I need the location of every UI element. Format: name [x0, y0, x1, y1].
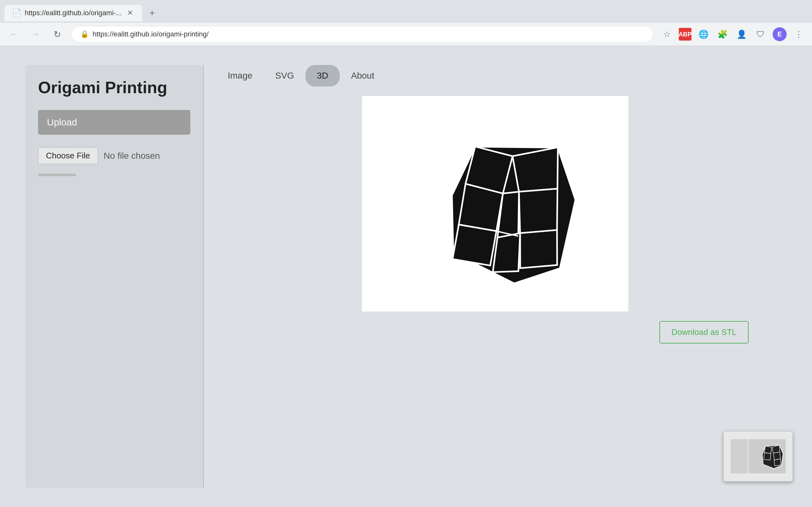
- bookmark-icon[interactable]: ☆: [660, 27, 674, 41]
- globe-icon[interactable]: 🌐: [697, 27, 711, 41]
- user-avatar[interactable]: E: [773, 27, 786, 41]
- no-file-label: No file chosen: [104, 151, 160, 161]
- tabs-row: Image SVG 3D About: [204, 65, 786, 96]
- url-display: https://ealitt.github.io/origami-printin…: [93, 30, 209, 38]
- tab-close-icon[interactable]: ✕: [125, 9, 135, 17]
- back-button[interactable]: ←: [6, 26, 21, 42]
- right-panel: Image SVG 3D About: [204, 65, 786, 488]
- shield-icon[interactable]: 🛡: [754, 27, 768, 41]
- browser-chrome: 📄 https://ealitt.github.io/origami-... ✕…: [0, 0, 812, 46]
- svg-marker-5: [515, 185, 561, 236]
- svg-marker-7: [493, 231, 522, 274]
- file-input-row: Choose File No file chosen: [38, 144, 190, 167]
- scroll-indicator: [38, 174, 76, 176]
- svg-marker-6: [452, 224, 497, 266]
- tab-bar: 📄 https://ealitt.github.io/origami-... ✕…: [0, 0, 812, 23]
- thumbnail-svg: [729, 436, 786, 477]
- choose-file-button[interactable]: Choose File: [38, 147, 98, 164]
- tab-3d[interactable]: 3D: [305, 65, 340, 87]
- svg-marker-8: [517, 227, 560, 271]
- extensions-icon[interactable]: 🧩: [716, 27, 729, 41]
- preview-area: Download as STL: [204, 96, 786, 488]
- thumbnail-overlay: [723, 431, 793, 482]
- page-content: Origami Printing Upload Choose File No f…: [0, 46, 812, 507]
- profile-icon[interactable]: 👤: [734, 27, 749, 41]
- left-panel: Origami Printing Upload Choose File No f…: [26, 65, 203, 488]
- address-bar-row: ← → ↻ 🔒 https://ealitt.github.io/origami…: [0, 23, 812, 46]
- refresh-button[interactable]: ↻: [49, 26, 65, 42]
- svg-marker-19: [773, 452, 780, 460]
- svg-marker-16: [764, 446, 772, 454]
- adblock-icon[interactable]: ABP: [679, 28, 692, 41]
- thumbnail-inner: [724, 432, 792, 481]
- tab-favicon-icon: 📄: [12, 9, 21, 17]
- app-title: Origami Printing: [38, 78, 190, 97]
- image-canvas: [362, 96, 628, 312]
- tab-image[interactable]: Image: [216, 65, 264, 87]
- browser-tab[interactable]: 📄 https://ealitt.github.io/origami-... ✕: [4, 5, 142, 21]
- address-bar[interactable]: 🔒 https://ealitt.github.io/origami-print…: [71, 26, 653, 43]
- tab-svg[interactable]: SVG: [264, 65, 305, 87]
- origami-preview: [416, 124, 574, 283]
- svg-rect-13: [730, 439, 748, 473]
- new-tab-button[interactable]: +: [145, 5, 160, 20]
- tab-title: https://ealitt.github.io/origami-...: [25, 9, 122, 17]
- toolbar-icons: ☆ ABP 🌐 🧩 👤 🛡 E ⋮: [660, 27, 806, 41]
- tab-about[interactable]: About: [340, 65, 386, 87]
- download-stl-button[interactable]: Download as STL: [659, 321, 749, 343]
- svg-marker-20: [774, 459, 781, 466]
- menu-icon[interactable]: ⋮: [792, 27, 806, 41]
- svg-marker-18: [764, 452, 771, 460]
- forward-button[interactable]: →: [28, 26, 43, 42]
- upload-button[interactable]: Upload: [38, 110, 190, 135]
